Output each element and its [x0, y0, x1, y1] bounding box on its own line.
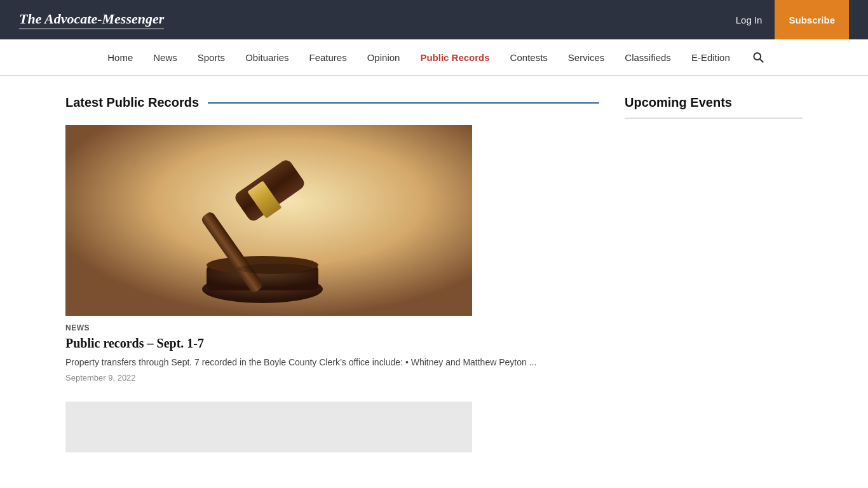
nav-item-opinion[interactable]: Opinion — [357, 41, 410, 74]
nav-inner: Home News Sports Obituaries Features Opi… — [0, 39, 868, 75]
article-title[interactable]: Public records – Sept. 1-7 — [65, 336, 599, 351]
svg-line-1 — [760, 59, 763, 62]
search-icon — [752, 51, 764, 64]
main-content: Latest Public Records — [53, 76, 815, 471]
section-heading-divider — [208, 102, 599, 104]
nav-item-sports[interactable]: Sports — [187, 41, 235, 74]
svg-point-0 — [754, 53, 761, 60]
header-actions: Log In Subscribe — [736, 0, 849, 39]
nav-item-e-edition[interactable]: E-Edition — [681, 41, 740, 74]
article-category: NEWS — [65, 323, 599, 332]
gavel-illustration — [65, 125, 472, 316]
nav-item-classifieds[interactable]: Classifieds — [614, 41, 681, 74]
article-image — [65, 125, 472, 316]
nav-item-home[interactable]: Home — [97, 41, 143, 74]
subscribe-button[interactable]: Subscribe — [775, 0, 849, 39]
nav-item-news[interactable]: News — [143, 41, 187, 74]
article-excerpt: Property transfers through Sept. 7 recor… — [65, 356, 599, 369]
navigation: Home News Sports Obituaries Features Opi… — [0, 39, 868, 76]
primary-column: Latest Public Records — [65, 95, 599, 452]
section-heading: Latest Public Records — [65, 95, 599, 110]
svg-point-9 — [237, 264, 313, 274]
placeholder-card — [65, 402, 472, 452]
nav-item-contests[interactable]: Contests — [500, 41, 558, 74]
login-link[interactable]: Log In — [736, 15, 763, 25]
upcoming-events-title: Upcoming Events — [625, 95, 803, 119]
nav-item-obituaries[interactable]: Obituaries — [235, 41, 299, 74]
site-title[interactable]: The Advocate-Messenger — [19, 11, 164, 29]
sidebar: Upcoming Events — [625, 95, 803, 452]
nav-item-services[interactable]: Services — [558, 41, 615, 74]
header: The Advocate-Messenger Log In Subscribe — [0, 0, 868, 39]
article-card: NEWS Public records – Sept. 1-7 Property… — [65, 125, 599, 383]
search-button[interactable] — [745, 39, 771, 75]
section-title: Latest Public Records — [65, 95, 208, 110]
nav-item-features[interactable]: Features — [299, 41, 357, 74]
nav-item-public-records[interactable]: Public Records — [410, 41, 499, 74]
article-date: September 9, 2022 — [65, 373, 599, 383]
